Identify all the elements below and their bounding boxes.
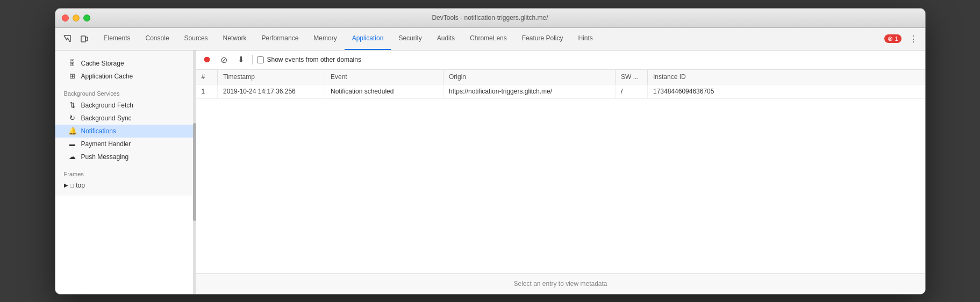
sidebar-item-top[interactable]: ▶ □ top	[55, 179, 196, 191]
frames-section: Frames ▶ □ top	[55, 166, 196, 191]
data-table-container: # Timestamp Event Origin SW ... Instance…	[196, 70, 925, 274]
sidebar-scrollbar-thumb	[193, 123, 196, 220]
background-services-header: Background Services	[55, 85, 196, 99]
frames-header: Frames	[55, 166, 196, 179]
titlebar: DevTools - notification-triggers.glitch.…	[55, 9, 925, 28]
devtools-body: 🗄 Cache Storage ⊞ Application Cache Back…	[55, 51, 925, 294]
sidebar-scrollbar[interactable]	[193, 51, 196, 294]
sidebar-item-notifications[interactable]: 🔔 Notifications	[55, 125, 196, 138]
expand-icon: ▶	[64, 182, 68, 188]
tab-application[interactable]: Application	[345, 27, 391, 50]
main-content: ⏺ ⊘ ⬇ Show events from other domains #	[196, 51, 925, 294]
cell-timestamp: 2019-10-24 14:17:36.256	[218, 84, 325, 98]
tab-performance[interactable]: Performance	[254, 27, 306, 50]
inspect-icon[interactable]	[60, 31, 75, 46]
col-header-event: Event	[325, 70, 443, 84]
error-count: 1	[895, 35, 898, 42]
status-bar: Select an entry to view metadata	[196, 274, 925, 294]
maximize-button[interactable]	[83, 15, 90, 21]
sidebar-item-background-sync[interactable]: ↻ Background Sync	[55, 112, 196, 125]
sidebar-item-application-cache[interactable]: ⊞ Application Cache	[55, 70, 196, 83]
toolbar-divider	[252, 55, 253, 64]
tab-console[interactable]: Console	[138, 27, 177, 50]
sidebar-item-push-messaging[interactable]: ☁ Push Messaging	[55, 150, 196, 163]
col-header-origin: Origin	[443, 70, 616, 84]
tab-chromelens[interactable]: ChromeLens	[462, 27, 514, 50]
notifications-icon: 🔔	[68, 127, 77, 135]
tab-icons	[60, 31, 92, 46]
table-header-row: # Timestamp Event Origin SW ... Instance…	[196, 70, 925, 84]
col-header-sw: SW ...	[616, 70, 648, 84]
svg-rect-0	[81, 36, 85, 42]
application-cache-icon: ⊞	[68, 72, 77, 80]
close-button[interactable]	[62, 15, 69, 21]
table-row[interactable]: 1 2019-10-24 14:17:36.256 Notification s…	[196, 84, 925, 98]
col-header-instance-id: Instance ID	[648, 70, 925, 84]
col-header-timestamp: Timestamp	[218, 70, 325, 84]
background-services-section: Background Services ⇅ Background Fetch ↻…	[55, 85, 196, 163]
tab-featurepolicy[interactable]: Feature Policy	[514, 27, 571, 50]
tab-bar: Elements Console Sources Network Perform…	[55, 28, 925, 51]
notifications-toolbar: ⏺ ⊘ ⬇ Show events from other domains	[196, 51, 925, 70]
tab-elements[interactable]: Elements	[96, 27, 138, 50]
tab-memory[interactable]: Memory	[306, 27, 344, 50]
sidebar-wrapper: 🗄 Cache Storage ⊞ Application Cache Back…	[55, 51, 196, 294]
payment-handler-icon: ▬	[68, 141, 77, 147]
col-header-num: #	[196, 70, 218, 84]
show-events-text: Show events from other domains	[267, 56, 361, 63]
more-menu-button[interactable]: ⋮	[906, 31, 921, 46]
tab-hints[interactable]: Hints	[571, 27, 600, 50]
minimize-button[interactable]	[73, 15, 80, 21]
record-button[interactable]: ⏺	[201, 53, 213, 66]
error-badge: ⊗ 1	[884, 34, 901, 43]
storage-section: 🗄 Cache Storage ⊞ Application Cache	[55, 57, 196, 83]
tab-audits[interactable]: Audits	[430, 27, 462, 50]
devtools-window: DevTools - notification-triggers.glitch.…	[55, 8, 926, 294]
cache-storage-icon: 🗄	[68, 59, 77, 67]
cell-instance-id: 17348446094636705	[648, 84, 925, 98]
background-sync-label: Background Sync	[81, 114, 132, 122]
tab-right-area: ⊗ 1 ⋮	[884, 31, 920, 46]
background-sync-icon: ↻	[68, 114, 77, 122]
cell-event: Notification scheduled	[325, 84, 443, 98]
sidebar-item-cache-storage[interactable]: 🗄 Cache Storage	[55, 57, 196, 70]
push-messaging-icon: ☁	[68, 153, 77, 161]
background-fetch-icon: ⇅	[68, 101, 77, 109]
status-message: Select an entry to view metadata	[513, 280, 607, 287]
error-icon: ⊗	[888, 35, 893, 42]
window-title: DevTools - notification-triggers.glitch.…	[432, 14, 548, 21]
device-icon[interactable]	[77, 31, 92, 46]
payment-handler-label: Payment Handler	[81, 140, 131, 148]
application-cache-label: Application Cache	[81, 73, 133, 80]
cell-sw: /	[616, 84, 648, 98]
sidebar: 🗄 Cache Storage ⊞ Application Cache Back…	[55, 51, 196, 196]
frame-icon: □	[70, 182, 74, 189]
cell-origin: https://notification-triggers.glitch.me/	[443, 84, 616, 98]
push-messaging-label: Push Messaging	[81, 153, 129, 161]
show-events-checkbox[interactable]	[257, 56, 264, 63]
stop-button[interactable]: ⊘	[218, 53, 231, 66]
tab-sources[interactable]: Sources	[177, 27, 216, 50]
notifications-table: # Timestamp Event Origin SW ... Instance…	[196, 70, 925, 99]
tab-network[interactable]: Network	[216, 27, 254, 50]
cache-storage-label: Cache Storage	[81, 60, 124, 67]
devtools-container: Elements Console Sources Network Perform…	[55, 28, 925, 294]
traffic-lights	[62, 15, 90, 21]
sidebar-item-background-fetch[interactable]: ⇅ Background Fetch	[55, 99, 196, 112]
download-button[interactable]: ⬇	[235, 53, 248, 66]
sidebar-item-payment-handler[interactable]: ▬ Payment Handler	[55, 138, 196, 150]
tab-security[interactable]: Security	[391, 27, 429, 50]
show-events-label[interactable]: Show events from other domains	[257, 56, 361, 63]
background-fetch-label: Background Fetch	[81, 102, 133, 109]
cell-num: 1	[196, 84, 218, 98]
notifications-label: Notifications	[81, 127, 116, 135]
svg-rect-1	[85, 37, 88, 41]
top-frame-label: top	[76, 182, 85, 189]
